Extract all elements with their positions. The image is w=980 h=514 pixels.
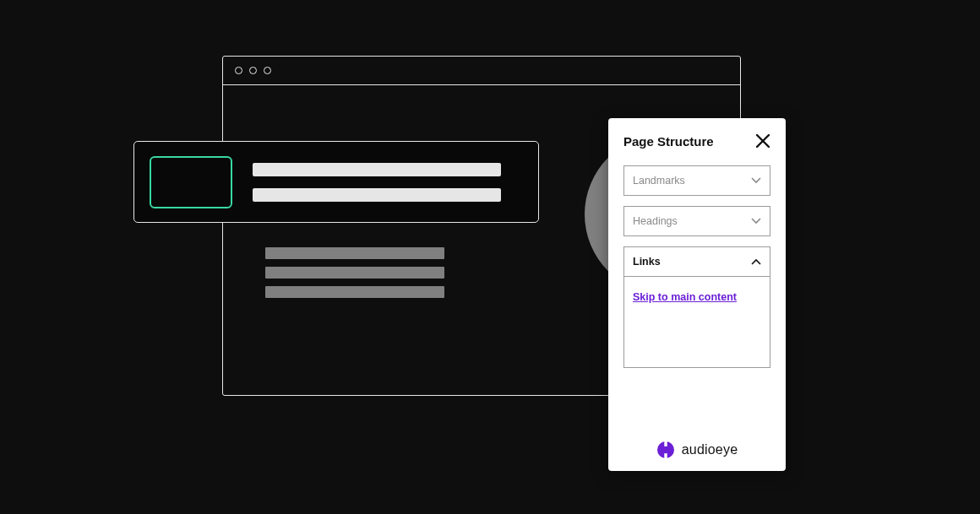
brand-name: audioeye: [682, 442, 738, 457]
chevron-up-icon: [751, 258, 761, 265]
panel-title: Page Structure: [623, 134, 714, 149]
text-line-placeholder: [253, 163, 501, 176]
links-dropdown[interactable]: Links: [623, 246, 770, 277]
landmarks-dropdown[interactable]: Landmarks: [623, 165, 770, 196]
dropdown-label: Landmarks: [633, 175, 685, 187]
dropdown-label: Headings: [633, 215, 678, 227]
close-button[interactable]: [755, 133, 770, 149]
chevron-down-icon: [751, 177, 761, 184]
links-expanded-content: Skip to main content: [623, 277, 770, 368]
headings-dropdown[interactable]: Headings: [623, 206, 770, 236]
toolbar-lines: [253, 163, 523, 202]
dropdown-label: Links: [633, 256, 661, 268]
content-focus-toolbar: [133, 141, 539, 223]
page-structure-panel: Page Structure Landmarks Headings Links: [608, 118, 786, 471]
chevron-down-icon: [751, 218, 761, 225]
svg-point-3: [662, 446, 669, 454]
browser-chrome-bar: [223, 57, 740, 85]
text-line-placeholder: [265, 247, 444, 259]
text-line-placeholder: [265, 286, 444, 298]
focus-highlight-box: [150, 156, 232, 208]
text-line-placeholder: [265, 267, 444, 279]
skip-to-main-link[interactable]: Skip to main content: [633, 291, 737, 303]
paragraph-placeholder: [265, 247, 444, 306]
window-dot-icon: [249, 67, 257, 74]
window-dot-icon: [264, 67, 271, 74]
canvas: Page Structure Landmarks Headings Links: [0, 0, 980, 514]
close-icon: [755, 133, 770, 149]
window-dot-icon: [235, 67, 242, 74]
brand-footer: audioeye: [623, 429, 770, 459]
text-line-placeholder: [253, 188, 501, 202]
panel-header: Page Structure: [623, 133, 770, 149]
audioeye-logo-icon: [656, 441, 675, 459]
